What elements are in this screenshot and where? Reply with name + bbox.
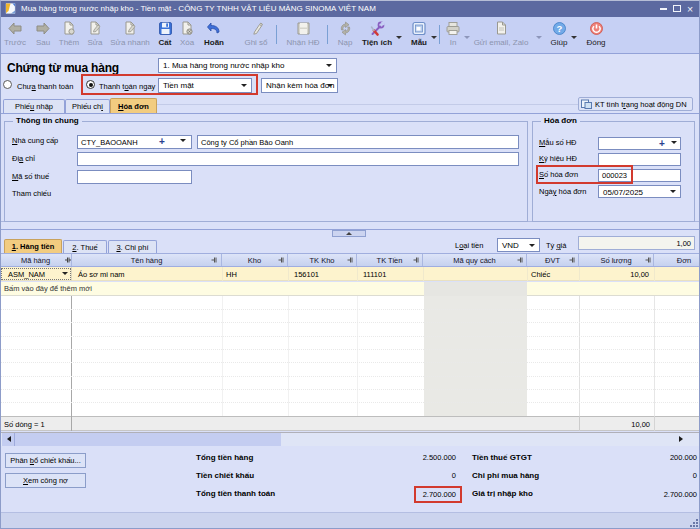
svg-text:?: ? — [556, 23, 562, 34]
